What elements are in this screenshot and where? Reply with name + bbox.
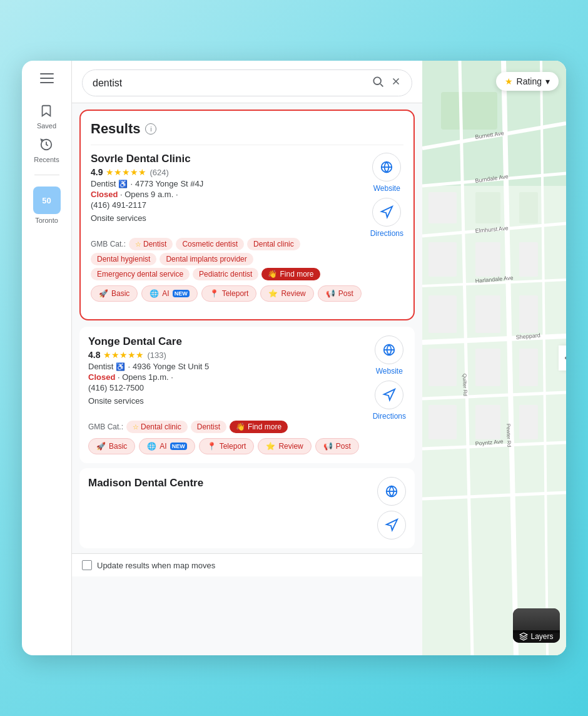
- svg-rect-37: [519, 192, 538, 223]
- listing-1-review-btn[interactable]: ⭐ Review: [260, 285, 313, 302]
- map-section[interactable]: Burnett Ave Burndale Ave Elmhurst Ave Ha…: [422, 61, 566, 655]
- rating-chevron-icon: ▾: [545, 76, 550, 86]
- listing-2-website-btn[interactable]: Website: [375, 335, 403, 376]
- search-icon[interactable]: [372, 75, 384, 91]
- svg-rect-40: [428, 192, 457, 223]
- listing-2-addr: 4936 Yonge St Unit 5: [133, 362, 209, 371]
- tag-hygienist: Dental hygienist: [91, 253, 156, 265]
- results-info-icon[interactable]: i: [145, 123, 156, 135]
- listing-2-closed: Closed: [88, 372, 115, 382]
- sidebar-item-toronto[interactable]: 50 Toronto: [33, 187, 61, 224]
- rating-filter-btn[interactable]: ★ Rating ▾: [496, 72, 559, 91]
- tag-dental-clinic-1: Dental clinic: [247, 238, 300, 250]
- update-results-row: Update results when map moves: [72, 553, 422, 576]
- find-more-emoji-1: 👋: [268, 270, 277, 279]
- listing-3-website-btn[interactable]: [377, 477, 406, 506]
- map-background: Burnett Ave Burndale Ave Elmhurst Ave Ha…: [422, 61, 566, 655]
- listing-1-tags: GMB Cat.: ☆ Dentist Cosmetic dentist Den…: [91, 238, 403, 280]
- listing-1-find-more-btn[interactable]: 👋 Find more: [261, 268, 320, 280]
- svg-rect-36: [475, 192, 500, 223]
- collapse-panel-btn[interactable]: [559, 345, 566, 371]
- listing-1-phone[interactable]: (416) 491-2117: [91, 200, 370, 210]
- sidebar-divider: [34, 175, 59, 175]
- saved-label: Saved: [37, 122, 56, 130]
- listing-2-phone[interactable]: (416) 512-7500: [88, 383, 373, 392]
- hamburger-menu[interactable]: [40, 73, 54, 83]
- listing-2-info: Yonge Dental Care 4.8 ★★★★★ (133) Dentis…: [88, 335, 373, 409]
- search-bar-wrap: [72, 61, 422, 103]
- listing-1-info: Sovrle Dental Clinic 4.9 ★★★★★ (624) Den…: [91, 153, 370, 227]
- update-checkbox[interactable]: [82, 560, 92, 570]
- layers-btn[interactable]: Layers: [513, 608, 560, 643]
- listing-1-actions: Website Directions: [370, 153, 403, 238]
- listing-2-post-btn[interactable]: 📢 Post: [315, 438, 359, 454]
- svg-line-2: [380, 84, 383, 86]
- clear-icon[interactable]: [390, 76, 402, 90]
- listing-2-tags-row-1: GMB Cat.: ☆ Dental clinic Dentist 👋 Find…: [88, 421, 406, 433]
- tag-pediatric: Pediatric dentist: [193, 268, 258, 280]
- svg-rect-46: [475, 349, 500, 386]
- listing-1-ai-btn[interactable]: 🌐 AI NEW: [141, 285, 197, 302]
- listing-3-name[interactable]: Madison Dental Centre: [88, 477, 377, 489]
- listing-2-website-label: Website: [376, 367, 403, 376]
- listing-2-rating: 4.8: [88, 350, 100, 360]
- listing-2-name[interactable]: Yonge Dental Care: [88, 335, 373, 348]
- listing-1-rating-row: 4.9 ★★★★★ (624): [91, 167, 370, 177]
- svg-rect-45: [428, 349, 457, 386]
- new-badge-1: NEW: [173, 290, 190, 297]
- wheelchair-icon: ♿: [118, 180, 128, 188]
- bookmark-icon: [38, 102, 55, 120]
- listing-2-reviews: (133): [147, 350, 166, 360]
- listing-3-directions-btn[interactable]: [377, 511, 406, 540]
- listing-1-basic-btn[interactable]: 🚀 Basic: [91, 285, 138, 302]
- listing-1-opens-time: Opens 9 a.m.: [124, 190, 173, 199]
- svg-marker-10: [384, 389, 395, 400]
- find-more-label-1: Find more: [280, 270, 313, 279]
- listing-2-review-btn[interactable]: ⭐ Review: [258, 438, 311, 454]
- sidebar-item-saved[interactable]: Saved: [37, 102, 56, 130]
- svg-rect-39: [519, 242, 538, 277]
- listing-3-actions: [377, 477, 406, 540]
- listing-1-directions-label: Directions: [370, 229, 403, 238]
- listing-2-find-more-btn[interactable]: 👋 Find more: [230, 421, 288, 433]
- listing-2-ai-btn[interactable]: 🌐 AI NEW: [139, 438, 195, 454]
- sidebar-item-recents[interactable]: Recents: [34, 136, 59, 163]
- listing-2-action-row: 🚀 Basic 🌐 AI NEW 📍 Teleport ⭐ Review 📢 P…: [88, 438, 406, 454]
- toronto-thumbnail: 50: [33, 187, 61, 214]
- rating-filter-label: Rating: [517, 76, 542, 86]
- search-input[interactable]: [93, 78, 365, 89]
- search-panel: Results i Sovrle Dental Clinic 4.9 ★★★★★…: [72, 61, 422, 655]
- listing-2-teleport-btn[interactable]: 📍 Teleport: [199, 438, 255, 454]
- layers-icon: [519, 632, 528, 641]
- wheelchair-icon-2: ♿: [116, 362, 125, 371]
- tag-emergency: Emergency dental service: [91, 268, 190, 280]
- listing-2-directions-btn[interactable]: Directions: [373, 381, 406, 421]
- listing-1-name[interactable]: Sovrle Dental Clinic: [91, 153, 370, 165]
- svg-rect-42: [428, 295, 457, 333]
- listing-1-website-btn[interactable]: Website: [372, 153, 401, 193]
- find-more-emoji-2: 👋: [236, 422, 245, 431]
- listing-1-website-label: Website: [373, 184, 400, 193]
- listing-2-basic-btn[interactable]: 🚀 Basic: [88, 438, 135, 454]
- tag-implants: Dental implants provider: [160, 253, 253, 265]
- svg-marker-7: [382, 207, 392, 217]
- svg-text:Quilter Rd: Quilter Rd: [462, 374, 468, 396]
- listing-1-teleport-btn[interactable]: 📍 Teleport: [201, 285, 257, 302]
- find-more-label-2: Find more: [248, 422, 281, 431]
- listing-1-services: Onsite services: [91, 213, 370, 223]
- listing-2-directions-label: Directions: [373, 412, 406, 421]
- listing-2-type: Dentist: [88, 362, 113, 371]
- listing-2-address: Dentist ♿ · 4936 Yonge St Unit 5: [88, 362, 373, 371]
- listing-1-directions-btn[interactable]: Directions: [370, 198, 403, 238]
- listing-1-gmb-label: GMB Cat.:: [91, 240, 126, 248]
- directions-circle: [372, 198, 401, 227]
- listing-1-post-btn[interactable]: 📢 Post: [318, 285, 362, 302]
- directions-circle-3: [377, 511, 406, 540]
- tag-dental-clinic-2: ☆ Dental clinic: [126, 421, 188, 433]
- listing-2: Yonge Dental Care 4.8 ★★★★★ (133) Dentis…: [79, 327, 415, 463]
- listing-2-gmb-label: GMB Cat.:: [88, 422, 123, 431]
- tag-star: ☆: [135, 240, 141, 248]
- results-title: Results: [91, 121, 140, 137]
- listing-1: Sovrle Dental Clinic 4.9 ★★★★★ (624) Den…: [91, 145, 403, 309]
- listing-1-tags-row-2: Dental hygienist Dental implants provide…: [91, 253, 403, 265]
